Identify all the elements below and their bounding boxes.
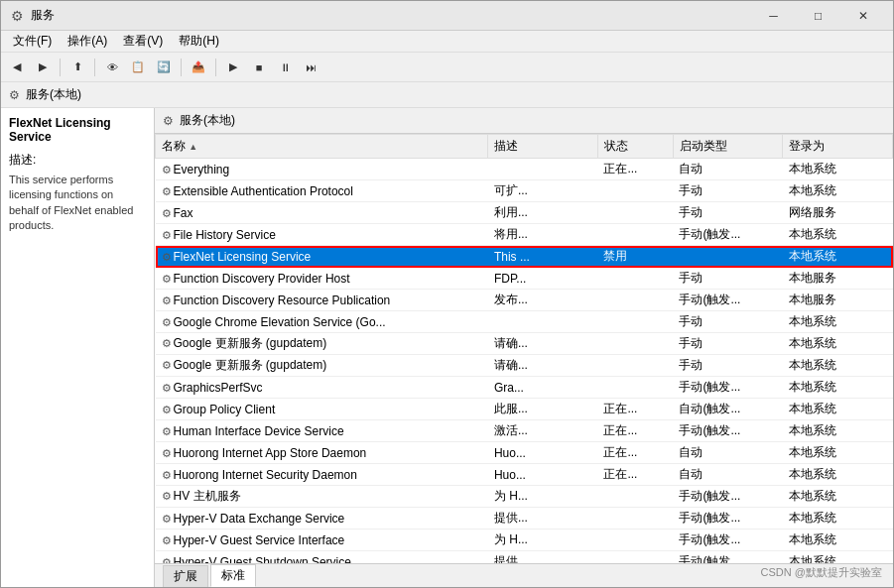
table-row[interactable]: ⚙Google Chrome Elevation Service (Go...手… [156, 311, 893, 333]
title-bar-controls: ─ □ ✕ [751, 1, 885, 31]
service-login-cell: 本地系统 [783, 551, 893, 564]
service-status-cell [597, 551, 673, 564]
service-gear-icon: ⚙ [162, 447, 172, 460]
service-name-cell: ⚙GraphicsPerfSvc [156, 377, 488, 399]
menu-help[interactable]: 帮助(H) [171, 31, 227, 52]
table-row[interactable]: ⚙FlexNet Licensing ServiceThis ...禁用本地系统 [156, 246, 893, 268]
address-bar: ⚙ 服务(本地) [1, 82, 893, 108]
tab-expand[interactable]: 扩展 [163, 565, 208, 587]
services-table-container[interactable]: 名称 ▲ 描述 状态 启动类型 登录为 ⚙Everything正在...自动本地… [155, 134, 893, 563]
tab-standard[interactable]: 标准 [210, 564, 256, 587]
menu-view[interactable]: 查看(V) [115, 31, 171, 52]
service-status-cell [597, 224, 673, 246]
service-desc-cell: 请确... [488, 355, 598, 377]
toolbar-show-hide[interactable]: 👁 [100, 57, 124, 78]
menu-file[interactable]: 文件(F) [5, 31, 60, 52]
sort-arrow-name: ▲ [189, 142, 197, 152]
service-status-cell: 正在... [597, 399, 673, 420]
desc-label: 描述: [9, 152, 146, 169]
toolbar-restart[interactable]: ⏭ [299, 57, 322, 78]
services-header-text: 服务(本地) [180, 112, 235, 129]
toolbar-start[interactable]: ▶ [221, 57, 245, 78]
toolbar-pause[interactable]: ⏸ [273, 57, 297, 78]
service-desc-cell: 为 H... [488, 529, 598, 551]
service-login-cell: 本地系统 [783, 442, 893, 464]
service-status-cell: 正在... [597, 159, 673, 180]
table-row[interactable]: ⚙Human Interface Device Service激活...正在..… [156, 420, 893, 442]
toolbar-stop[interactable]: ■ [247, 57, 271, 78]
service-gear-icon: ⚙ [162, 251, 172, 264]
service-desc-cell: FDP... [488, 268, 598, 290]
service-name-cell: ⚙Extensible Authentication Protocol [156, 180, 488, 202]
col-header-login[interactable]: 登录为 [783, 135, 893, 159]
service-gear-icon: ⚙ [162, 207, 172, 220]
service-login-cell: 本地系统 [783, 355, 893, 377]
col-header-name[interactable]: 名称 ▲ [156, 135, 488, 159]
service-login-cell: 本地系统 [783, 377, 893, 399]
toolbar-back[interactable]: ◀ [5, 57, 29, 78]
service-startup-cell: 手动(触发... [673, 529, 783, 551]
table-row[interactable]: ⚙Huorong Internet App Store DaemonHuo...… [156, 442, 893, 464]
table-row[interactable]: ⚙Hyper-V Guest Shutdown Service提供...手动(触… [156, 551, 893, 564]
toolbar-forward[interactable]: ▶ [31, 57, 55, 78]
service-name-cell: ⚙HV 主机服务 [156, 486, 488, 508]
table-row[interactable]: ⚙Function Discovery Provider HostFDP...手… [156, 268, 893, 290]
table-row[interactable]: ⚙Group Policy Client此服...正在...自动(触发...本地… [156, 399, 893, 420]
minimize-button[interactable]: ─ [751, 1, 796, 31]
service-status-cell: 正在... [597, 420, 673, 442]
service-login-cell: 本地系统 [783, 486, 893, 508]
service-desc-cell: Huo... [488, 442, 598, 464]
services-header-bar: ⚙ 服务(本地) [155, 108, 893, 134]
service-status-cell [597, 202, 673, 224]
service-status-cell [597, 180, 673, 202]
table-row[interactable]: ⚙Huorong Internet Security DaemonHuo...正… [156, 464, 893, 486]
service-login-cell: 网络服务 [783, 202, 893, 224]
toolbar-sep-2 [94, 59, 95, 76]
maximize-button[interactable]: □ [796, 1, 840, 31]
col-header-startup[interactable]: 启动类型 [673, 135, 783, 159]
service-login-cell: 本地服务 [783, 268, 893, 290]
table-row[interactable]: ⚙Function Discovery Resource Publication… [156, 290, 893, 311]
toolbar-refresh[interactable]: 🔄 [152, 57, 176, 78]
col-header-desc[interactable]: 描述 [488, 135, 598, 159]
service-startup-cell: 手动(触发... [673, 486, 783, 508]
toolbar-up[interactable]: ⬆ [65, 57, 89, 78]
table-header-row: 名称 ▲ 描述 状态 启动类型 登录为 [156, 135, 893, 159]
main-window: ⚙ 服务 ─ □ ✕ 文件(F) 操作(A) 查看(V) 帮助(H) ◀ ▶ ⬆… [0, 0, 894, 588]
toolbar-properties[interactable]: 📋 [126, 57, 150, 78]
service-name-cell: ⚙Google Chrome Elevation Service (Go... [156, 311, 488, 333]
menu-action[interactable]: 操作(A) [60, 31, 115, 52]
service-desc-cell: 发布... [488, 290, 598, 311]
table-row[interactable]: ⚙Extensible Authentication Protocol可扩...… [156, 180, 893, 202]
service-name-cell: ⚙Hyper-V Data Exchange Service [156, 508, 488, 529]
close-button[interactable]: ✕ [840, 1, 885, 31]
service-desc-cell [488, 159, 598, 180]
toolbar-sep-1 [60, 59, 61, 76]
window-icon: ⚙ [9, 8, 25, 24]
table-row[interactable]: ⚙HV 主机服务为 H...手动(触发...本地系统 [156, 486, 893, 508]
col-header-status[interactable]: 状态 [597, 135, 673, 159]
toolbar-export[interactable]: 📤 [187, 57, 210, 78]
service-startup-cell: 手动(触发... [673, 290, 783, 311]
service-login-cell: 本地系统 [783, 420, 893, 442]
table-row[interactable]: ⚙Everything正在...自动本地系统 [156, 159, 893, 180]
table-row[interactable]: ⚙File History Service将用...手动(触发...本地系统 [156, 224, 893, 246]
service-desc-cell: Gra... [488, 377, 598, 399]
service-startup-cell: 手动 [673, 333, 783, 355]
services-header-icon: ⚙ [163, 114, 174, 128]
table-row[interactable]: ⚙Fax利用...手动网络服务 [156, 202, 893, 224]
service-startup-cell: 手动 [673, 180, 783, 202]
service-desc-cell: 为 H... [488, 486, 598, 508]
table-row[interactable]: ⚙GraphicsPerfSvcGra...手动(触发...本地系统 [156, 377, 893, 399]
service-desc-cell: 可扩... [488, 180, 598, 202]
service-name-cell: ⚙Fax [156, 202, 488, 224]
table-row[interactable]: ⚙Hyper-V Data Exchange Service提供...手动(触发… [156, 508, 893, 529]
service-gear-icon: ⚙ [162, 294, 172, 307]
table-row[interactable]: ⚙Google 更新服务 (gupdatem)请确...手动本地系统 [156, 333, 893, 355]
table-row[interactable]: ⚙Google 更新服务 (gupdatem)请确...手动本地系统 [156, 355, 893, 377]
service-status-cell [597, 529, 673, 551]
service-status-cell [597, 268, 673, 290]
service-desc-cell: 将用... [488, 224, 598, 246]
service-startup-cell: 手动 [673, 311, 783, 333]
table-row[interactable]: ⚙Hyper-V Guest Service Interface为 H...手动… [156, 529, 893, 551]
